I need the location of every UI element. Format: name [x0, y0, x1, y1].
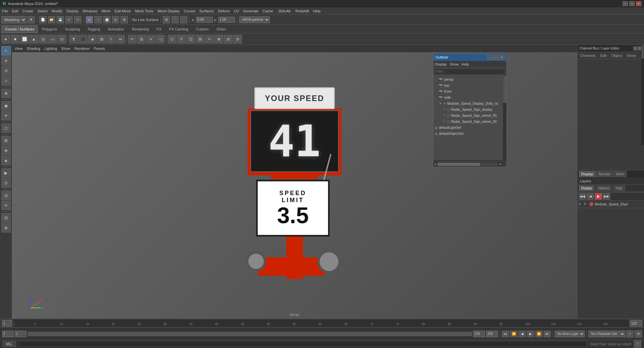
rp-options-subtab[interactable]: Options	[596, 185, 612, 191]
menu-deform[interactable]: Deform	[218, 9, 230, 13]
menu-modify[interactable]: Modify	[52, 9, 62, 13]
outliner-search-input[interactable]	[435, 69, 505, 75]
outliner-hscrollthumb[interactable]	[437, 163, 480, 166]
panels-menu[interactable]: Panels	[94, 47, 105, 51]
undo-btn[interactable]: ↩	[65, 16, 73, 23]
btn5[interactable]: ⊕	[120, 16, 128, 23]
shelf-icon-sphere[interactable]: ●	[1, 35, 10, 44]
frame-start-input[interactable]	[15, 331, 26, 337]
outliner-vscrollbar[interactable]	[502, 76, 506, 161]
render-btn[interactable]: ▶	[1, 168, 11, 178]
help-line-btn[interactable]: ?	[634, 340, 641, 348]
shelf-icon-uv2[interactable]: V	[177, 35, 186, 44]
rigging-btn[interactable]: ⊕	[1, 223, 11, 233]
shelf-tab-polygons[interactable]: Polygons	[38, 25, 61, 33]
select-btn[interactable]: ▸	[86, 16, 93, 23]
outliner-item-lightset[interactable]: ◈ defaultLightSet	[434, 124, 506, 130]
scroll-right-arrow[interactable]: ▶	[499, 162, 502, 166]
snap-grid[interactable]: ⊞	[163, 16, 170, 23]
shelf-icon-layout[interactable]: ⊞	[196, 35, 205, 44]
cb-tab-show[interactable]: Show	[625, 53, 637, 58]
rp-help-subtab[interactable]: Help	[613, 185, 625, 191]
snap-btn[interactable]: ⊗	[1, 146, 11, 155]
anim-layer-dropdown[interactable]: No Anim Layer	[555, 331, 585, 337]
universal-manip-btn[interactable]: ⊕	[1, 89, 11, 98]
scale-tool-btn[interactable]: ⤢	[1, 76, 11, 86]
shelf-tab-fxcaching[interactable]: FX Caching	[165, 25, 192, 33]
new-scene-btn[interactable]: 📄	[39, 16, 47, 23]
shelf-icon-cut-uv[interactable]: ✁	[205, 35, 214, 44]
menu-edit-mesh[interactable]: Edit Mesh	[114, 9, 131, 13]
outliner-show-menu[interactable]: Show	[450, 62, 459, 66]
menu-curves[interactable]: Curves	[184, 9, 195, 13]
rp-prev-btn[interactable]: ◀◀	[579, 193, 586, 200]
sculpt-btn[interactable]: ✦	[1, 111, 11, 120]
rp-fwd-btn[interactable]: ▶	[595, 193, 602, 200]
outliner-item-persp[interactable]: 📷 persp	[438, 76, 506, 82]
shelf-icon-extrude[interactable]: ⬆	[69, 35, 78, 44]
menu-generate[interactable]: Generate	[243, 9, 258, 13]
shelf-icon-plane[interactable]: ▭	[48, 35, 57, 44]
outliner-vscrollthumb[interactable]	[503, 76, 506, 103]
lighting-menu[interactable]: Lighting	[44, 47, 57, 51]
move-tool-btn[interactable]: ✛	[1, 56, 11, 66]
menu-mesh-tools[interactable]: Mesh Tools	[135, 9, 153, 13]
renderer-menu[interactable]: Renderer	[74, 47, 90, 51]
outliner-minimize-btn[interactable]: ─	[487, 55, 492, 60]
brush-btn[interactable]: ⬤	[103, 16, 110, 23]
go-end-btn[interactable]: ⏭	[544, 331, 551, 337]
rp-play-btn[interactable]: ▶▶	[603, 193, 610, 200]
shelf-icon-cone[interactable]: ▲	[29, 35, 38, 44]
outliner-item-top[interactable]: 📷 top	[438, 82, 506, 88]
range-start-field[interactable]	[2, 320, 12, 327]
right-vscrollthumb[interactable]	[642, 45, 644, 59]
shelf-icon-insert-loop[interactable]: ⊟	[137, 35, 146, 44]
shelf-icon-sew-uv[interactable]: ⊕	[215, 35, 223, 44]
shelf-tab-custom[interactable]: Custom	[192, 25, 213, 33]
mel-python-btn[interactable]: MEL	[3, 341, 16, 347]
shelf-tab-xgen[interactable]: XGen	[213, 25, 229, 33]
frame-end-input[interactable]	[473, 331, 485, 337]
outliner-display-menu[interactable]: Display	[435, 62, 447, 66]
shading-menu[interactable]: Shading	[27, 47, 40, 51]
snap-point[interactable]: ·	[180, 16, 187, 23]
char-set-dropdown[interactable]: No Character Set	[588, 331, 625, 337]
menu-3dto[interactable]: -3DtoAll-	[277, 9, 292, 13]
shelf-icon-torus[interactable]: ◎	[39, 35, 48, 44]
shelf-icon-uv1[interactable]: U	[168, 35, 176, 44]
shelf-icon-poke[interactable]: ⋄	[147, 35, 155, 44]
ipr-btn[interactable]: ⊙	[1, 178, 11, 188]
shelf-icon-multi-cut[interactable]: ✂	[128, 35, 137, 44]
menu-surfaces[interactable]: Surfaces	[199, 9, 214, 13]
resolution-btn[interactable]: ◈	[1, 156, 11, 165]
current-frame-input[interactable]	[2, 331, 14, 337]
minimize-button[interactable]: ─	[623, 1, 628, 6]
hypershade-btn[interactable]: ◎	[1, 191, 11, 200]
shelf-tab-fx[interactable]: FX	[153, 25, 165, 33]
open-scene-btn[interactable]: 📂	[48, 16, 55, 23]
menu-mesh-display[interactable]: Mesh Display	[158, 9, 180, 13]
menu-mesh[interactable]: Mesh	[101, 9, 110, 13]
shelf-tab-animation[interactable]: Animation	[104, 25, 128, 33]
menu-cache[interactable]: Cache	[262, 9, 273, 13]
rp-display-subtab[interactable]: Display	[579, 185, 594, 191]
gamma-dropdown[interactable]: sRGB gamma	[239, 16, 270, 23]
go-start-btn[interactable]: ⏮	[502, 331, 509, 337]
shelf-icon-smooth[interactable]: ◊	[107, 35, 115, 44]
char-set-btn[interactable]: +	[626, 330, 634, 338]
shelf-icon-checker[interactable]: ⊘	[233, 35, 242, 44]
menu-redshift[interactable]: Redshift	[296, 9, 309, 13]
outliner-help-menu[interactable]: Help	[462, 62, 469, 66]
outliner-item-radar-display[interactable]: └ ◻ Radar_Speed_Sign_display	[442, 106, 506, 112]
module-menu-btn[interactable]: ▼	[27, 16, 35, 23]
snap-curve[interactable]: ⌒	[171, 16, 179, 23]
menu-uv[interactable]: UV	[234, 9, 239, 13]
menu-help[interactable]: Help	[313, 9, 321, 13]
char-set-settings-btn[interactable]: ⚙	[635, 330, 642, 338]
menu-create[interactable]: Create	[22, 9, 33, 13]
node-editor-btn[interactable]: ⊟	[1, 213, 11, 223]
view-menu[interactable]: View	[15, 47, 23, 51]
shelf-tab-curves[interactable]: Curves / Surfaces	[1, 25, 38, 33]
outliner-item-group[interactable]: ▼ ✦ Modular_Speed_Display_Dolly_nc	[438, 100, 506, 106]
show-menu[interactable]: Show	[61, 47, 71, 51]
